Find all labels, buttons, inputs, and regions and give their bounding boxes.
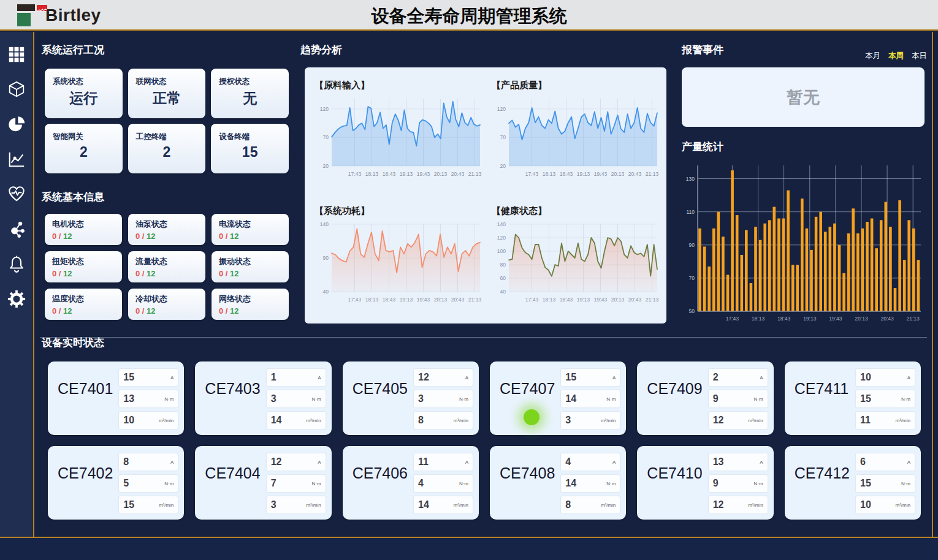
- info-card-label: 油泵状态: [135, 219, 198, 230]
- svg-text:18:43: 18:43: [383, 171, 396, 177]
- device-metric: 12 m³/min: [709, 412, 768, 429]
- device-card-CE7408[interactable]: CE7408 4 A 14 N·m 8 m³/min: [490, 446, 626, 520]
- svg-text:17:43: 17:43: [348, 171, 362, 177]
- bell-icon[interactable]: [7, 255, 26, 273]
- svg-text:90: 90: [689, 242, 695, 248]
- device-metric: 9 N·m: [709, 390, 768, 407]
- svg-text:20:13: 20:13: [434, 171, 448, 177]
- pie-chart-icon[interactable]: [7, 115, 26, 134]
- info-card: 电机状态 0 / 12: [45, 214, 122, 245]
- device-metric-value: 10: [860, 372, 871, 383]
- device-metric: 8 m³/min: [561, 496, 620, 513]
- device-metric-unit: N·m: [754, 481, 763, 486]
- svg-text:40: 40: [500, 289, 506, 295]
- device-grid: CE7401 15 A 13 N·m 10 m³/min CE7403 1 A: [48, 361, 921, 520]
- device-metrics: 12 A 3 N·m 8 m³/min: [414, 369, 473, 429]
- info-card-label: 网络状态: [219, 293, 281, 305]
- device-metric-unit: m³/min: [454, 418, 468, 423]
- device-metric-unit: A: [465, 460, 468, 465]
- svg-text:20:43: 20:43: [451, 297, 465, 303]
- svg-text:70: 70: [689, 275, 695, 281]
- trend-chart-title: 【系统功耗】: [315, 205, 486, 217]
- svg-text:17:43: 17:43: [525, 297, 539, 303]
- device-metric: 15 A: [119, 369, 178, 386]
- production-bar-chart: 13011090705017:4318:1318:4319:1319:4320:…: [681, 157, 928, 331]
- device-metric: 4 A: [561, 453, 620, 471]
- alarm-empty-panel: 暂无: [682, 67, 925, 127]
- alarm-tab[interactable]: 本日: [912, 51, 927, 61]
- device-metric: 3 m³/min: [561, 412, 620, 429]
- device-metric: 14 N·m: [561, 475, 620, 492]
- page-title: 设备全寿命周期管理系统: [0, 0, 938, 31]
- device-metrics: 11 A 4 N·m 14 m³/min: [414, 453, 473, 513]
- gear-icon[interactable]: [7, 290, 26, 308]
- device-metrics: 13 A 9 N·m 12 m³/min: [709, 453, 768, 513]
- device-metric-value: 12: [713, 415, 724, 426]
- device-metric: 11 A: [414, 453, 473, 471]
- status-card-value: 无: [211, 89, 289, 108]
- svg-text:50: 50: [689, 308, 695, 314]
- system-status-grid: 系统状态 运行 联网状态 正常 授权状态 无 智能网关 2 工控终端 2 设备终…: [45, 69, 289, 173]
- cube-icon[interactable]: [7, 80, 26, 99]
- svg-text:20:13: 20:13: [611, 171, 625, 177]
- device-metric: 15 N·m: [856, 390, 915, 407]
- device-card-CE7411[interactable]: CE7411 10 A 15 N·m 11 m³/min: [785, 361, 921, 435]
- info-card: 网络状态 0 / 12: [212, 289, 289, 320]
- device-metric-value: 13: [713, 456, 724, 467]
- svg-text:18:13: 18:13: [365, 171, 379, 177]
- alarm-tab[interactable]: 本月: [865, 51, 880, 61]
- section-title-production: 产量统计: [682, 140, 723, 154]
- device-card-CE7402[interactable]: CE7402 8 A 5 N·m 15 m³/min: [48, 446, 184, 520]
- status-card-label: 系统状态: [45, 69, 123, 87]
- line-chart-icon[interactable]: [7, 150, 26, 168]
- device-card-CE7407[interactable]: CE7407 15 A 14 N·m 3 m³/min: [490, 361, 626, 435]
- device-metric-value: 10: [860, 499, 871, 510]
- status-card: 工控终端 2: [128, 124, 206, 173]
- info-card: 冷却状态 0 / 12: [128, 289, 205, 320]
- info-card-label: 电机状态: [52, 219, 115, 230]
- info-card-label: 冷却状态: [135, 293, 198, 305]
- device-metric-value: 8: [565, 499, 571, 510]
- info-card: 温度状态 0 / 12: [45, 289, 122, 320]
- device-metric: 15 N·m: [856, 475, 915, 492]
- device-metric-unit: m³/min: [748, 502, 763, 508]
- device-metric-unit: N·m: [606, 396, 616, 402]
- status-card-label: 联网状态: [128, 69, 206, 87]
- grid-icon[interactable]: [7, 45, 26, 64]
- device-card-CE7410[interactable]: CE7410 13 A 9 N·m 12 m³/min: [637, 446, 773, 520]
- svg-text:21:13: 21:13: [907, 316, 920, 322]
- svg-text:18:13: 18:13: [365, 297, 379, 303]
- device-name: CE7403: [205, 380, 266, 429]
- device-card-CE7401[interactable]: CE7401 15 A 13 N·m 10 m³/min: [48, 361, 184, 435]
- device-name: CE7411: [795, 380, 856, 429]
- molecule-icon[interactable]: [7, 220, 26, 238]
- device-metric: 7 N·m: [267, 475, 326, 492]
- device-card-CE7403[interactable]: CE7403 1 A 3 N·m 14 m³/min: [195, 361, 331, 435]
- trend-chart-power: 【系统功耗】 140904017:4318:1318:4319:1319:432…: [308, 195, 486, 321]
- device-card-CE7405[interactable]: CE7405 12 A 3 N·m 8 m³/min: [343, 361, 479, 435]
- svg-text:60: 60: [500, 275, 506, 281]
- svg-text:18:13: 18:13: [752, 316, 765, 322]
- device-metric-unit: m³/min: [748, 418, 763, 423]
- alarm-tab[interactable]: 本周: [888, 51, 904, 61]
- section-title-system-status: 系统运行工况: [42, 43, 104, 57]
- basic-info-grid: 电机状态 0 / 12 油泵状态 0 / 12 电流状态 0 / 12 扭矩状态…: [45, 214, 289, 320]
- info-card-label: 扭矩状态: [52, 256, 115, 267]
- device-metric-unit: A: [318, 375, 321, 380]
- device-card-CE7409[interactable]: CE7409 2 A 9 N·m 12 m³/min: [637, 361, 773, 435]
- alarm-empty-text: 暂无: [787, 86, 820, 108]
- svg-text:19:13: 19:13: [803, 316, 817, 322]
- status-card-value: 运行: [45, 89, 123, 108]
- device-metric: 4 N·m: [414, 475, 473, 492]
- info-card-count: 0 / 12: [52, 232, 115, 241]
- device-card-CE7406[interactable]: CE7406 11 A 4 N·m 14 m³/min: [343, 446, 479, 520]
- device-metric-value: 3: [271, 393, 276, 404]
- device-card-CE7412[interactable]: CE7412 6 A 15 N·m 10 m³/min: [785, 446, 921, 520]
- info-card-count: 0 / 12: [52, 306, 115, 316]
- device-card-CE7404[interactable]: CE7404 12 A 7 N·m 3 m³/min: [195, 446, 331, 520]
- svg-text:100: 100: [497, 248, 506, 254]
- health-icon[interactable]: [7, 185, 26, 203]
- svg-text:19:43: 19:43: [417, 297, 430, 303]
- device-metric-value: 9: [713, 393, 719, 404]
- devices-separator: [40, 337, 927, 338]
